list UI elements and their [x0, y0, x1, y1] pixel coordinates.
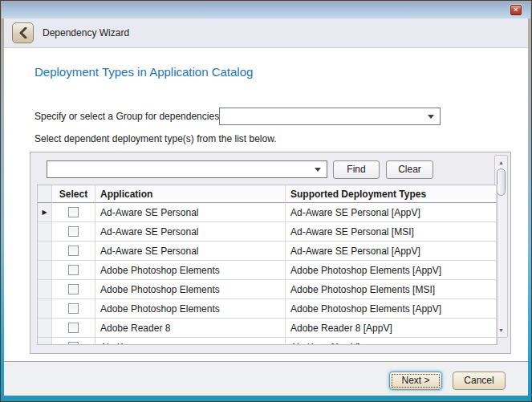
row-deployment-type: Ad-Aware SE Personal [AppV]: [286, 242, 497, 261]
row-application: Adobe Photoshop Elements: [95, 280, 286, 299]
row-application: Ad-Aware SE Personal: [95, 242, 286, 261]
chevron-left-icon: [19, 27, 27, 39]
row-checkbox[interactable]: [68, 303, 79, 314]
back-button[interactable]: [12, 22, 34, 43]
row-indicator-cell: [38, 338, 52, 345]
row-application: Ad-Aware SE Personal: [95, 203, 286, 222]
row-application: Adobe Photoshop Elements: [95, 299, 286, 319]
table-row[interactable]: Ad-Aware SE PersonalAd-Aware SE Personal…: [38, 222, 497, 242]
window-frame: × Dependency Wizard Deployment Types in …: [0, 0, 532, 402]
column-header-application[interactable]: Application: [95, 185, 286, 203]
row-deployment-type: Adobe Photoshop Elements [AppV]: [286, 261, 497, 280]
row-select-cell[interactable]: [52, 222, 95, 242]
find-button[interactable]: Find: [333, 160, 380, 179]
close-icon[interactable]: ×: [510, 5, 522, 15]
table-row[interactable]: Adobe Photoshop ElementsAdobe Photoshop …: [38, 299, 497, 319]
row-checkbox[interactable]: [68, 265, 79, 275]
row-indicator-cell: [38, 280, 52, 299]
row-checkbox[interactable]: [68, 284, 79, 294]
row-indicator-cell: [38, 222, 52, 242]
window-client-area: Dependency Wizard Deployment Types in Ap…: [4, 18, 528, 396]
row-select-cell[interactable]: [52, 203, 95, 222]
row-application: Adobe Photoshop Elements: [95, 261, 286, 280]
deployment-list-panel: Find Clear ▲ ▼ Select Application Suppor…: [30, 152, 511, 354]
wizard-title: Dependency Wizard: [43, 18, 129, 47]
table-row[interactable]: Adobe Photoshop ElementsAdobe Photoshop …: [38, 261, 497, 280]
search-combobox[interactable]: [47, 160, 327, 178]
row-select-cell[interactable]: [52, 319, 95, 338]
row-indicator-icon: ▶: [42, 209, 47, 216]
deployment-types-table: Select Application Supported Deployment …: [37, 185, 497, 345]
row-indicator-cell: [38, 242, 52, 261]
row-indicator-cell: [38, 299, 52, 319]
row-indicator-header: [38, 185, 52, 203]
row-select-cell[interactable]: [52, 261, 95, 280]
dependency-wizard-window: × Dependency Wizard Deployment Types in …: [0, 0, 532, 402]
row-deployment-type: Ad-Aware SE Personal [MSI]: [286, 222, 497, 242]
row-checkbox[interactable]: [68, 323, 79, 333]
row-application: Ad-Aware SE Personal: [95, 222, 286, 242]
row-indicator-cell: [38, 261, 52, 280]
table-body: ▶Ad-Aware SE PersonalAd-Aware SE Persona…: [38, 203, 497, 345]
scrollbar-thumb[interactable]: [497, 169, 506, 196]
column-header-select[interactable]: Select: [52, 185, 95, 203]
wizard-footer: Next > Cancel: [4, 361, 528, 396]
table-row[interactable]: ▶Ad-Aware SE PersonalAd-Aware SE Persona…: [38, 203, 497, 222]
table-header-row: Select Application Supported Deployment …: [38, 185, 497, 203]
row-indicator-cell: [38, 319, 52, 338]
select-instruction-label: Select dependent deployment type(s) from…: [35, 133, 277, 144]
row-deployment-type: Ad-Aware SE Personal [AppV]: [286, 203, 497, 222]
group-combobox[interactable]: [219, 108, 441, 125]
row-deployment-type: Adobe Reader 8 [AppV]: [286, 319, 497, 338]
window-titlebar[interactable]: ×: [2, 2, 530, 18]
cancel-button[interactable]: Cancel: [453, 372, 506, 390]
wizard-header: Dependency Wizard: [4, 18, 528, 48]
table-row[interactable]: AimKeysAimKeys [AppV]: [38, 338, 497, 345]
dropdown-arrow-icon[interactable]: [315, 168, 321, 172]
row-deployment-type: Adobe Photoshop Elements [MSI]: [286, 280, 497, 299]
row-indicator-cell: ▶: [38, 203, 52, 222]
table-row[interactable]: Adobe Reader 8Adobe Reader 8 [AppV]: [38, 319, 497, 338]
row-checkbox[interactable]: [68, 246, 79, 256]
row-select-cell[interactable]: [52, 280, 95, 299]
table-row[interactable]: Adobe Photoshop ElementsAdobe Photoshop …: [38, 280, 497, 299]
group-label: Specify or select a Group for dependenci…: [35, 111, 219, 122]
row-checkbox[interactable]: [68, 207, 79, 217]
page-title: Deployment Types in Application Catalog: [35, 65, 253, 79]
row-deployment-type: AimKeys [AppV]: [286, 338, 497, 345]
row-checkbox[interactable]: [68, 342, 79, 345]
row-application: Adobe Reader 8: [95, 319, 286, 338]
dropdown-arrow-icon[interactable]: [428, 115, 434, 119]
clear-button[interactable]: Clear: [386, 160, 433, 179]
next-button[interactable]: Next >: [389, 372, 442, 390]
row-application: AimKeys: [95, 338, 286, 345]
row-select-cell[interactable]: [52, 242, 95, 261]
row-deployment-type: Adobe Photoshop Elements [AppV]: [286, 299, 497, 319]
row-checkbox[interactable]: [68, 226, 79, 237]
table-row[interactable]: Ad-Aware SE PersonalAd-Aware SE Personal…: [38, 242, 497, 261]
scroll-up-icon[interactable]: ▲: [495, 157, 507, 168]
row-select-cell[interactable]: [52, 338, 95, 345]
column-header-supported-deployment-types[interactable]: Supported Deployment Types: [286, 185, 497, 203]
row-select-cell[interactable]: [52, 299, 95, 319]
